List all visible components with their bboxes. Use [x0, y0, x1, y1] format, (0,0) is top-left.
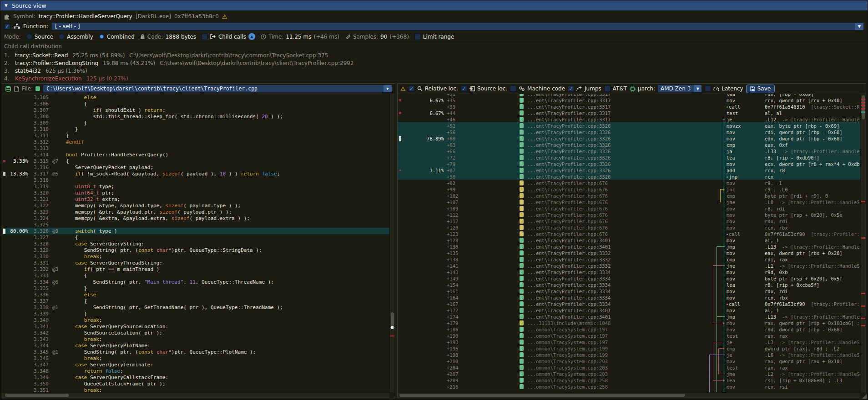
window-titlebar[interactable]: ▼ Source view: [0, 0, 868, 10]
source-line[interactable]: 3,323 memcpy( &ptr, &payload.ptr, sizeof…: [2, 209, 389, 215]
source-line[interactable]: 3,332@3 if( ptr == m_mainThread ): [2, 266, 389, 272]
asm-row[interactable]: +92...ent\TracyProfiler.hpp:676movr9, -1: [398, 180, 860, 186]
asm-row[interactable]: +216...ommon\TracySystem.cpp:258movrcx, …: [398, 383, 860, 390]
relative-loc-checkbox[interactable]: [409, 85, 415, 92]
source-line[interactable]: 3,348 return false;: [2, 368, 389, 374]
asm-row[interactable]: +174...ent\TracyProfiler.cpp:3401jmp.L13…: [398, 313, 860, 320]
radio-source[interactable]: [26, 34, 32, 40]
asm-row[interactable]: 78.89%+60...ent\TracyProfiler.cpp:3326mo…: [398, 135, 860, 141]
child-call-entry[interactable]: 4.KeSynchronizeExecution125 μs (0.27%): [4, 75, 864, 82]
asm-row[interactable]: +149...ent\TracyProfiler.cpp:3334movbyte…: [398, 275, 860, 281]
asm-row[interactable]: +46...ent\TracyProfiler.cpp:3317je.L12 -…: [398, 116, 860, 122]
source-line[interactable]: 3,316 ServerQueryPacket payload;: [2, 164, 389, 170]
source-line[interactable]: 3,311}: [2, 132, 389, 139]
asm-row[interactable]: +79...ent\TracyProfiler.cpp:3326movecx, …: [398, 160, 860, 167]
asm-row[interactable]: +167...ent\TracyProfiler.cpp:3334call0x7…: [398, 300, 860, 307]
source-line[interactable]: 3,324 memcpy( &extra, &payload.extra, si…: [2, 215, 389, 221]
source-line[interactable]: 3.33%3,315@7{: [2, 158, 389, 164]
asm-row[interactable]: +109...ent\TracyProfiler.hpp:676movr8, r…: [398, 205, 860, 211]
source-line[interactable]: 3,318: [2, 177, 389, 183]
source-vertical-scrollbar[interactable]: [389, 94, 395, 392]
limit-range-toggle[interactable]: Limit range: [414, 34, 454, 40]
source-line[interactable]: 3,305 else: [2, 94, 389, 100]
source-line[interactable]: 3,336 else: [2, 291, 389, 298]
source-line[interactable]: 3,321 uint32_t extra;: [2, 196, 389, 202]
asm-row[interactable]: +164...ent\TracyProfiler.cpp:3334movrcx,…: [398, 294, 860, 300]
asm-row[interactable]: +209...ommon\TracySystem.cpp:258learsi, …: [398, 377, 860, 383]
asm-row[interactable]: +190...ommon\TracySystem.cpp:197testrax,…: [398, 332, 860, 339]
source-line[interactable]: 3,338@1 SendString( ptr, GetThreadName( …: [2, 304, 389, 310]
asm-row[interactable]: +198...ommon\TracySystem.cpp:199je.L6 ->…: [398, 351, 860, 358]
source-line[interactable]: 3,331 case ServerQueryThreadString:: [2, 260, 389, 266]
asm-row[interactable]: +207...ommon\TracySystem.cpp:203jne.L2 -…: [398, 370, 860, 377]
child-calls-toggle[interactable]: Child calls ▲: [202, 33, 255, 40]
source-line[interactable]: 3,347 case ServerQueryTerminate:: [2, 361, 389, 368]
source-line[interactable]: 3,346 break;: [2, 355, 389, 361]
asm-row[interactable]: +130...ent\TracyProfiler.cpp:3401jmp.L13…: [398, 243, 860, 250]
asm-row[interactable]: +90...ent\TracyProfiler.cpp:3326jmprcx: [398, 173, 860, 180]
machine-code-checkbox[interactable]: [510, 85, 516, 92]
source-line[interactable]: 3,329 SendString( ptr, (const char*)ptr,…: [2, 247, 389, 253]
resize-grip[interactable]: [862, 394, 867, 399]
source-line[interactable]: 3,313: [2, 145, 389, 151]
asm-row[interactable]: +179....31103\include\atomic:1048movrax,…: [398, 320, 860, 326]
source-line[interactable]: 3,351 break;: [2, 387, 389, 392]
machine-code-toggle[interactable]: Machine code: [510, 85, 565, 92]
source-line[interactable]: 3,319 uint8_t type;: [2, 183, 389, 190]
source-line[interactable]: 3,342 SendSourceLocation( ptr );: [2, 330, 389, 336]
asm-row[interactable]: +204...ommon\TracySystem.cpp:203testrax,…: [398, 364, 860, 370]
relative-loc-toggle[interactable]: Relative loc.: [409, 85, 458, 92]
asm-row[interactable]: +63...ent\TracyProfiler.cpp:3326cmpeax, …: [398, 141, 860, 148]
latency-toggle[interactable]: Latency: [705, 85, 743, 92]
asm-row[interactable]: +186...ommon\TracySystem.cpp:197movr8d, …: [398, 326, 860, 332]
save-button[interactable]: Save: [746, 85, 775, 93]
mode-option-combined[interactable]: Combined: [99, 34, 135, 40]
source-line[interactable]: 3,350 QueueCallstackFrame( ptr );: [2, 380, 389, 387]
asm-row[interactable]: 6.67%+35...ent\TracyProfiler.cpp:3317mov…: [398, 97, 860, 103]
asm-row[interactable]: +135...ent\TracyProfiler.cpp:3332moveax,…: [398, 250, 860, 256]
source-line[interactable]: 3,325: [2, 221, 389, 228]
source-line[interactable]: 3,334@6 SendString( ptr, "Main thread", …: [2, 279, 389, 285]
source-loc-checkbox[interactable]: [461, 85, 467, 92]
asm-row[interactable]: 1.11%+87...ent\TracyProfiler.cpp:3326add…: [398, 167, 860, 173]
source-line[interactable]: 3,339 }: [2, 310, 389, 317]
asm-row[interactable]: +52...ent\TracyProfiler.cpp:3326movzxeax…: [398, 122, 860, 129]
asm-row[interactable]: +123...ent\TracyProfiler.hpp:676call0x7f…: [398, 230, 860, 237]
asm-row[interactable]: 6.67%+44...ent\TracyProfiler.cpp:3317tes…: [398, 110, 860, 116]
asm-row[interactable]: +143...ent\TracyProfiler.cpp:3334movr9d,…: [398, 269, 860, 275]
chevron-down-icon[interactable]: ▼: [855, 23, 863, 30]
asm-row[interactable]: +117...ent\TracyProfiler.hpp:676movrdx, …: [398, 218, 860, 224]
asm-row[interactable]: +172...ent\TracyProfiler.cpp:3401moval, …: [398, 307, 860, 313]
asm-row[interactable]: +141...ent\TracyProfiler.cpp:3332jne.L1 …: [398, 262, 860, 269]
asm-row[interactable]: +195...ommon\TracySystem.cpp:199cmpdword…: [398, 345, 860, 351]
asm-row[interactable]: +112...ent\TracyProfiler.hpp:676movbyte …: [398, 211, 860, 218]
function-combo[interactable]: [ - self - ] ▼: [51, 22, 864, 30]
asm-row[interactable]: +102...ent\TracyProfiler.hpp:676cmpbyte …: [398, 192, 860, 199]
child-calls-checkbox[interactable]: [202, 34, 208, 40]
att-checkbox[interactable]: [604, 85, 611, 92]
source-line[interactable]: 3,345@1 SendString( ptr, (const char*)pt…: [2, 349, 389, 355]
source-line[interactable]: 3,322 memcpy( &type, &payload.type, size…: [2, 202, 389, 209]
source-line[interactable]: 3,310 }: [2, 126, 389, 132]
asm-row[interactable]: +99...ent\TracyProfiler.hpp:676incr9 ; .…: [398, 186, 860, 192]
source-line[interactable]: 3,335 }: [2, 285, 389, 291]
source-line[interactable]: 3,306 {: [2, 100, 389, 107]
file-combo[interactable]: C:\Users\wolf\Desktop\darkrl\contrib\tra…: [43, 85, 392, 93]
latency-checkbox[interactable]: [705, 85, 711, 92]
collapse-child-calls-button[interactable]: ▲: [248, 33, 255, 40]
jumps-checkbox[interactable]: [568, 85, 574, 92]
source-line[interactable]: 3,344 case ServerQueryPlotName:: [2, 342, 389, 349]
source-line[interactable]: 80.00%3,326@9 switch( type ): [2, 228, 389, 234]
source-horizontal-scrollbar[interactable]: [2, 392, 389, 398]
child-call-entry[interactable]: 3.stat64i32625 μs (1.36%): [4, 67, 864, 75]
source-line[interactable]: 3,343 break;: [2, 336, 389, 342]
assembly-vertical-scrollbar[interactable]: [860, 94, 866, 392]
source-line[interactable]: 3,328 case ServerQueryString:: [2, 240, 389, 247]
source-line[interactable]: 3,314bool Profiler::HandleServerQuery(): [2, 151, 389, 158]
child-call-entry[interactable]: 1.tracy::Socket::Read25.25 ms (54.89%)C:…: [4, 51, 864, 59]
asm-row[interactable]: +193...ommon\TracySystem.cpp:197je.L3 ->…: [398, 339, 860, 345]
source-line[interactable]: 3,309 }: [2, 120, 389, 126]
asm-row[interactable]: +39...ent\TracyProfiler.cpp:3317call0x7f…: [398, 103, 860, 110]
source-line[interactable]: 3,327 {: [2, 234, 389, 240]
asm-row[interactable]: +161...ent\TracyProfiler.cpp:3334movrdx,…: [398, 288, 860, 294]
